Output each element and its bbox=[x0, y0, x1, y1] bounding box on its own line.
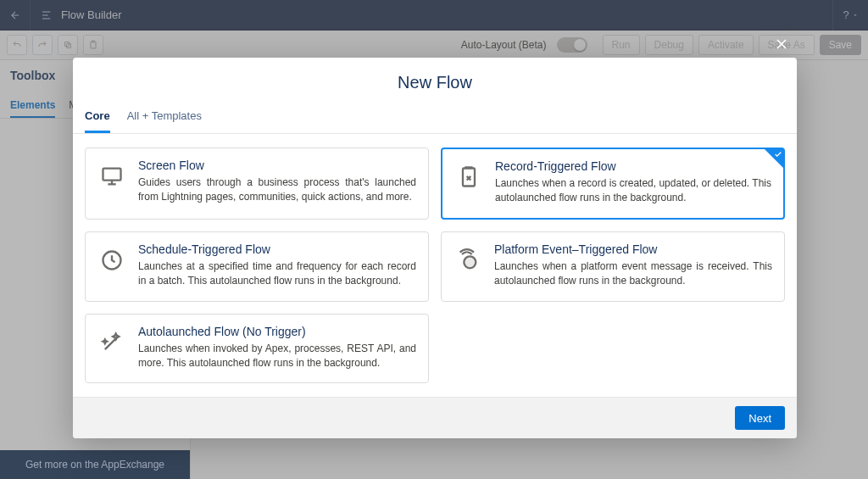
modal-close-button[interactable] bbox=[770, 32, 793, 56]
svg-point-9 bbox=[464, 256, 476, 268]
flow-option-schedule-triggered[interactable]: Schedule-Triggered Flow Launches at a sp… bbox=[85, 231, 429, 302]
next-button[interactable]: Next bbox=[735, 406, 785, 430]
flow-option-screen[interactable]: Screen Flow Guides users through a busin… bbox=[85, 148, 429, 220]
flow-option-title: Record-Triggered Flow bbox=[495, 159, 771, 173]
flow-option-title: Platform Event–Triggered Flow bbox=[494, 242, 772, 256]
close-icon bbox=[773, 36, 790, 53]
svg-rect-4 bbox=[103, 169, 121, 181]
modal-tab-core[interactable]: Core bbox=[85, 103, 110, 133]
modal-tabs: Core All + Templates bbox=[73, 97, 797, 134]
screen-flow-icon bbox=[97, 162, 126, 191]
flow-option-desc: Launches at a specified time and frequen… bbox=[138, 259, 416, 289]
magic-wand-icon bbox=[97, 328, 126, 357]
flow-option-title: Schedule-Triggered Flow bbox=[138, 242, 416, 256]
flow-option-title: Screen Flow bbox=[138, 159, 416, 172]
modal-tab-all-templates[interactable]: All + Templates bbox=[127, 103, 202, 133]
flow-option-desc: Launches when a platform event message i… bbox=[494, 259, 772, 289]
record-triggered-icon bbox=[454, 163, 483, 192]
clock-icon bbox=[97, 246, 126, 275]
flow-option-title: Autolaunched Flow (No Trigger) bbox=[138, 325, 416, 338]
check-icon bbox=[774, 150, 782, 159]
platform-event-icon bbox=[453, 246, 482, 275]
new-flow-modal: New Flow Core All + Templates Screen Flo… bbox=[73, 58, 797, 438]
flow-option-desc: Launches when a record is created, updat… bbox=[495, 176, 771, 206]
flow-option-record-triggered[interactable]: Record-Triggered Flow Launches when a re… bbox=[441, 148, 785, 220]
flow-option-autolaunched[interactable]: Autolaunched Flow (No Trigger) Launches … bbox=[85, 314, 429, 384]
flow-option-platform-event[interactable]: Platform Event–Triggered Flow Launches w… bbox=[441, 231, 785, 302]
flow-option-desc: Launches when invoked by Apex, processes… bbox=[138, 342, 416, 371]
flow-option-desc: Guides users through a business process … bbox=[138, 175, 416, 205]
modal-title: New Flow bbox=[73, 73, 797, 92]
